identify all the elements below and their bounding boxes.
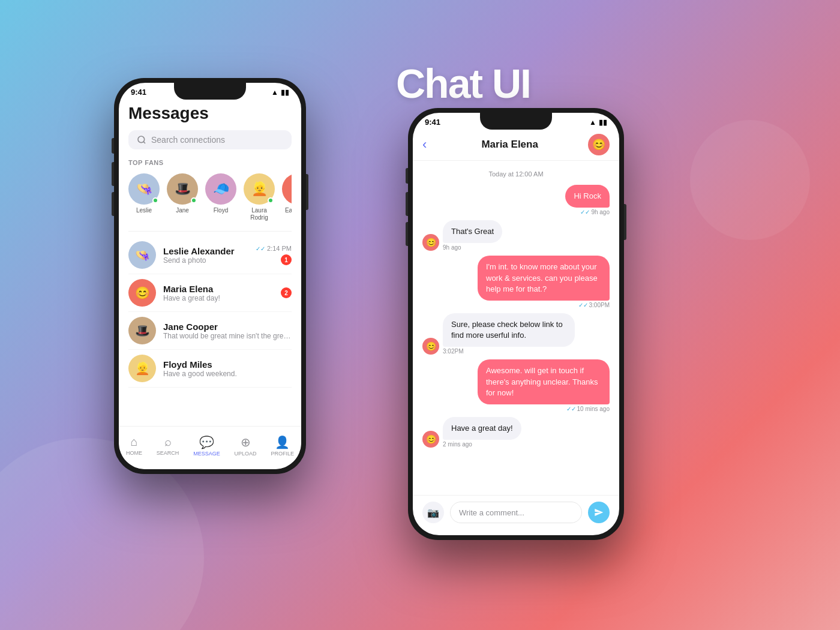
sender-avatar: 😊 [422,234,439,251]
search-icon-nav: ⌕ [164,435,172,449]
conv-name: Floyd Miles [163,359,292,370]
nav-upload[interactable]: ⊕ UPLOAD [235,435,257,457]
divider [128,231,292,232]
message-icon: 💬 [199,435,214,449]
conv-name: Maria Elena [163,284,274,294]
search-placeholder: Search connections [151,135,225,145]
left-phone: 9:41 ▲ ▮▮ Messages Search connections TO… [114,78,306,474]
sender-avatar: 😊 [422,338,439,355]
message-time: 9h ago [443,244,461,251]
message-time: 2 mins ago [443,441,472,448]
nav-label-home: HOME [126,450,142,456]
message-time: 3:02PM [443,348,463,355]
conv-preview: Have a great day! [163,294,274,302]
nav-label-message: MESSAGE [193,451,220,457]
wifi-icon-right: ▲ [589,118,596,127]
search-bar[interactable]: Search connections [128,130,292,149]
top-fans-list: 👒 Leslie 🎩 Jane 🧢 Floyd [128,173,292,221]
fan-item[interactable]: 👱 Laura Rodrig [244,173,275,221]
sender-avatar: 😊 [422,431,439,448]
message-bubble-sent: Hi Rock [565,185,610,208]
chat-body: Today at 12:00 AM Hi Rock ✓✓ 9h ago 😊 Th… [413,161,619,495]
nav-label-search: SEARCH [157,450,179,456]
fan-item[interactable]: 👤 Earl Mald [282,173,292,221]
conversation-item[interactable]: 😊 Maria Elena Have a great day! 2 [128,274,292,312]
nav-search[interactable]: ⌕ SEARCH [157,435,179,456]
conv-avatar: 👱 [128,355,156,382]
conv-preview: Have a good weekend. [163,370,292,378]
page-title: Chat UI [396,60,530,107]
chat-header: ‹ Maria Elena 😊 [413,129,619,161]
right-phone: 9:41 ▲ ▮▮ ‹ Maria Elena 😊 Today at 12:00… [408,108,624,540]
message-time: ✓✓ 10 mins ago [566,406,610,412]
fan-item[interactable]: 🧢 Floyd [205,173,236,221]
nav-message[interactable]: 💬 MESSAGE [193,435,220,457]
conv-name: Jane Cooper [163,322,292,332]
camera-button[interactable]: 📷 [422,502,444,523]
conv-name: Leslie Alexander [163,246,248,256]
battery-icon-left: ▮▮ [281,88,289,97]
upload-icon: ⊕ [241,435,251,449]
send-icon [594,508,604,517]
home-icon: ⌂ [130,435,137,449]
fan-item[interactable]: 🎩 Jane [167,173,198,221]
fan-name: Leslie [136,207,152,214]
time-right: 9:41 [425,118,440,127]
conv-avatar: 😊 [128,279,156,307]
online-indicator [191,197,197,203]
unread-badge: 1 [281,254,292,265]
message-input[interactable]: Write a comment... [450,502,582,523]
message-bubble-sent: I'm int. to know more about your work & … [478,256,610,301]
message-bubble-received: Sure, please check below link to find mo… [443,313,575,347]
nav-profile[interactable]: 👤 PROFILE [271,435,294,457]
conversations-list: 👒 Leslie Alexander Send a photo ✓✓ 2:14 … [128,236,292,388]
message-bubble-received: Have a great day! [443,417,521,440]
conversation-item[interactable]: 🎩 Jane Cooper That would be great mine i… [128,312,292,350]
notch-right [480,113,552,130]
message-bubble-sent: Awesome. will get in touch if there's an… [478,359,610,404]
section-label-top-fans: TOP FANS [128,159,292,166]
search-icon [137,135,146,145]
chat-input-area: 📷 Write a comment... [413,495,619,535]
message-time: ✓✓ 9h ago [580,209,610,215]
wifi-icon-left: ▲ [271,88,278,97]
contact-avatar[interactable]: 😊 [588,134,610,155]
online-indicator [152,197,158,203]
date-divider: Today at 12:00 AM [422,170,610,178]
chat-contact-name: Maria Elena [431,139,588,151]
conv-preview: Send a photo [163,256,248,265]
nav-label-profile: PROFILE [271,451,294,457]
message-row: Awesome. will get in touch if there's an… [422,359,610,412]
message-row: 😊 Sure, please check below link to find … [422,313,610,355]
conversation-item[interactable]: 👒 Leslie Alexander Send a photo ✓✓ 2:14 … [128,236,292,274]
conv-avatar: 🎩 [128,317,156,344]
nav-home[interactable]: ⌂ HOME [126,435,142,456]
input-placeholder: Write a comment... [459,508,524,517]
svg-point-0 [138,136,145,143]
message-row: Hi Rock ✓✓ 9h ago [422,185,610,215]
message-row: 😊 That's Great 9h ago [422,220,610,251]
conversation-item[interactable]: 👱 Floyd Miles Have a good weekend. [128,350,292,388]
fan-name: Jane [176,207,189,214]
time-left: 9:41 [131,88,146,97]
bottom-nav: ⌂ HOME ⌕ SEARCH 💬 MESSAGE ⊕ UPLOAD 👤 PRO… [119,426,301,469]
notch [174,83,246,100]
message-row: 😊 Have a great day! 2 mins ago [422,417,610,448]
conv-time: ✓✓ 2:14 PM [256,245,292,252]
back-button[interactable]: ‹ [422,137,427,152]
profile-icon-nav: 👤 [275,435,290,449]
fan-name: Earl Mald [285,207,292,214]
unread-badge: 2 [281,287,292,298]
message-row: I'm int. to know more about your work & … [422,256,610,308]
fan-item[interactable]: 👒 Leslie [128,173,160,221]
online-indicator [268,197,274,203]
conv-avatar: 👒 [128,241,156,269]
conv-preview: That would be great mine isn't the great… [163,332,292,340]
messages-screen: Messages Search connections TOP FANS 👒 L… [119,99,301,388]
send-button[interactable] [588,502,610,523]
battery-icon-right: ▮▮ [599,118,607,127]
nav-label-upload: UPLOAD [235,451,257,457]
messages-title: Messages [128,99,292,130]
fan-name: Laura Rodrig [244,207,274,221]
message-time: ✓✓ 3:00PM [578,302,610,308]
